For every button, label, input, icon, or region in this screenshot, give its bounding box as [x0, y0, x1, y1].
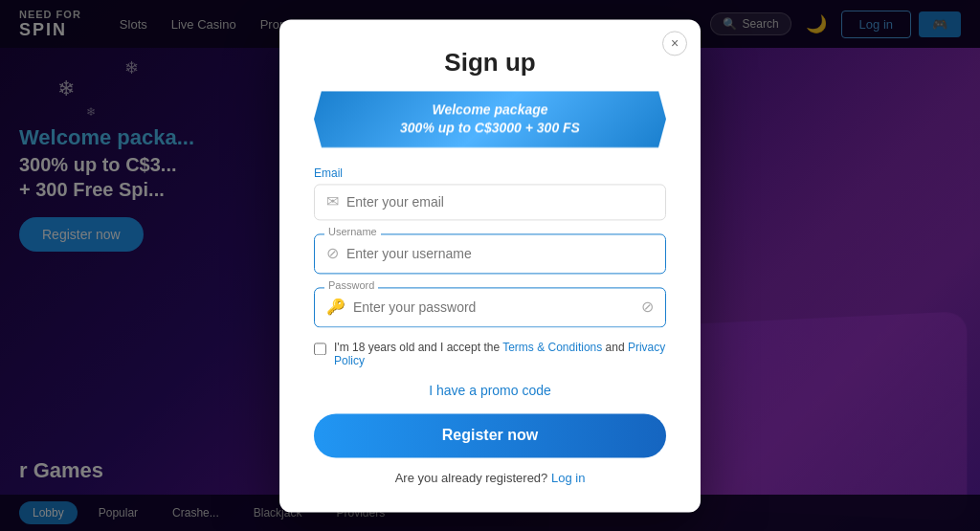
- email-icon: ✉: [326, 193, 339, 211]
- terms-link[interactable]: Terms & Conditions: [502, 341, 602, 354]
- username-input[interactable]: [346, 234, 654, 273]
- password-eye-icon[interactable]: ⊘: [641, 299, 654, 317]
- email-label: Email: [314, 166, 666, 180]
- welcome-banner: Welcome package 300% up to C$3000 + 300 …: [314, 91, 666, 147]
- signup-modal: × Sign up Welcome package 300% up to C$3…: [279, 19, 701, 512]
- promo-code-link[interactable]: I have a promo code: [314, 383, 666, 398]
- register-now-button[interactable]: Register now: [314, 413, 666, 457]
- terms-checkbox[interactable]: [314, 343, 326, 355]
- password-wrapper: Password 🔑 ⊘: [314, 287, 666, 327]
- modal-close-button[interactable]: ×: [662, 31, 687, 55]
- username-floating-label: Username: [324, 226, 381, 237]
- email-wrapper: ✉: [314, 184, 666, 220]
- close-icon: ×: [671, 35, 679, 51]
- welcome-line1: Welcome package: [333, 100, 647, 120]
- username-icon: ⊘: [326, 245, 339, 263]
- password-floating-label: Password: [324, 279, 378, 291]
- password-input[interactable]: [353, 288, 641, 326]
- password-key-icon: 🔑: [326, 299, 345, 317]
- modal-title: Sign up: [314, 48, 666, 77]
- welcome-line2: 300% up to C$3000 + 300 FS: [333, 120, 647, 139]
- terms-checkbox-row: I'm 18 years old and I accept the Terms …: [314, 341, 666, 367]
- email-input[interactable]: [346, 185, 654, 219]
- username-field-group: Username ⊘: [314, 233, 666, 274]
- password-field-group: Password 🔑 ⊘: [314, 287, 666, 327]
- username-wrapper: Username ⊘: [314, 233, 666, 274]
- checkbox-text: I'm 18 years old and I accept the Terms …: [334, 341, 666, 367]
- already-registered-text: Are you already registered? Log in: [314, 471, 666, 485]
- email-field-group: Email ✉: [314, 166, 666, 220]
- login-link[interactable]: Log in: [551, 471, 585, 485]
